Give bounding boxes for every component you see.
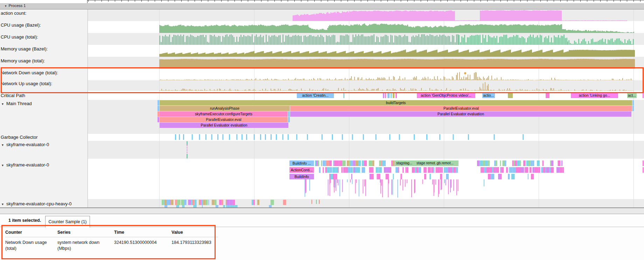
- sidebar-track-label[interactable]: ▾Main Thread: [2, 101, 32, 106]
- ruler-tick: [507, 0, 507, 2]
- collapse-triangle-icon[interactable]: ▾: [2, 102, 4, 106]
- trace-profiler-window: ▾Process 1 action count:CPU usage (Bazel…: [0, 0, 644, 260]
- trace-event-block[interactable]: [288, 117, 290, 122]
- trace-event-block[interactable]: action 'Creatin...: [297, 93, 334, 98]
- trace-event-block[interactable]: [391, 93, 392, 98]
- ruler-tick: [321, 0, 321, 2]
- sidebar-track-label[interactable]: ▾skyframe-evaluator-0: [2, 162, 49, 167]
- trace-event-block[interactable]: [158, 117, 159, 122]
- time-ruler[interactable]: [0, 0, 644, 3]
- trace-event-block[interactable]: [158, 111, 159, 117]
- sidebar-track-label[interactable]: Memory usage (Bazel):: [1, 46, 48, 52]
- trace-event-block[interactable]: [396, 93, 397, 98]
- process-group-header[interactable]: ▾Process 1: [0, 3, 644, 9]
- sidebar-track-label[interactable]: CPU usage (total):: [1, 34, 38, 40]
- trace-event-block[interactable]: BuildInfo ...: [289, 160, 314, 166]
- trace-event-block[interactable]: [632, 106, 634, 111]
- table-row[interactable]: Network Down usage (total)system network…: [5, 237, 218, 253]
- trace-event-block[interactable]: BuildInfo: [289, 174, 314, 179]
- ruler-tick: [500, 0, 501, 2]
- sidebar-track-label[interactable]: ▾skyframe-evaluator-0: [2, 142, 49, 147]
- trace-event-block[interactable]: stagstag...stage remot...gb.remot...: [395, 160, 458, 166]
- ruler-tick: [254, 0, 255, 2]
- ruler-tick: [374, 0, 374, 2]
- ruler-tick: [248, 0, 248, 2]
- ruler-tick: [587, 0, 587, 2]
- ruler-tick: [261, 0, 261, 2]
- sidebar-track-label[interactable]: CPU usage (Bazel):: [1, 22, 41, 28]
- trace-event-block[interactable]: [387, 93, 390, 98]
- sidebar-track-label[interactable]: Garbage Collector: [1, 135, 38, 140]
- ruler-tick: [168, 0, 168, 2]
- ruler-tick: [481, 0, 481, 2]
- collapse-triangle-icon[interactable]: ▾: [2, 143, 4, 147]
- trace-event-block[interactable]: [158, 106, 159, 111]
- ruler-tick: [567, 0, 567, 2]
- trace-event-block[interactable]: Parallel Evaluator evaluation: [290, 111, 631, 117]
- trace-event-block[interactable]: act...: [627, 93, 637, 98]
- trace-event-block[interactable]: actio...: [482, 93, 495, 98]
- collapse-triangle-icon[interactable]: ▾: [2, 163, 4, 167]
- trace-event-block[interactable]: [393, 93, 394, 98]
- sidebar-track-label[interactable]: Network Down usage (total):: [1, 70, 58, 75]
- ruler-tick: [394, 0, 394, 2]
- trace-event-block[interactable]: runAnalysisPhase: [160, 106, 290, 111]
- trace-event-block[interactable]: [343, 93, 344, 98]
- ruler-tick: [341, 0, 341, 2]
- trace-event-block[interactable]: action 'Linking go...: [571, 93, 618, 98]
- ruler-tick: [540, 0, 541, 2]
- ruler-tick: [580, 0, 581, 2]
- trace-event-block[interactable]: [546, 93, 550, 98]
- ruler-tick: [634, 0, 634, 2]
- sidebar-track-label[interactable]: Network Up usage (total):: [1, 81, 52, 86]
- track-label-text: Main Thread: [6, 101, 32, 106]
- ruler-tick: [381, 0, 381, 2]
- trace-event-block[interactable]: ActionConti...: [289, 167, 314, 173]
- ruler-tick: [274, 0, 275, 2]
- ruler-tick: [487, 0, 488, 2]
- tab-counter-sample[interactable]: Counter Sample (1): [45, 216, 90, 227]
- trace-event-block[interactable]: Parallel Evaluator evaluation: [160, 123, 288, 128]
- collapse-triangle-icon[interactable]: ▾: [2, 202, 4, 206]
- table-column-header[interactable]: Time: [114, 228, 172, 237]
- ruler-tick: [175, 0, 175, 2]
- sidebar-track-label[interactable]: action count:: [1, 11, 27, 16]
- details-panel: 1 item selected. Counter Sample (1) Coun…: [0, 213, 644, 260]
- ruler-tick: [560, 0, 561, 2]
- ruler-tick: [441, 0, 441, 2]
- trace-event-block[interactable]: skyframeExecutor.configureTargets: [160, 111, 288, 117]
- trace-event-block[interactable]: action 'GenObjcProtos video/...: [417, 93, 475, 98]
- table-column-header[interactable]: Series: [57, 228, 114, 237]
- ruler-tick: [607, 0, 607, 2]
- table-column-header[interactable]: Value: [172, 228, 218, 237]
- ruler-tick: [121, 0, 122, 2]
- trace-event-block[interactable]: ParallelEvaluator.eval: [290, 106, 632, 111]
- trace-event-block[interactable]: [643, 93, 644, 98]
- ruler-tick: [314, 0, 315, 2]
- sidebar-track-label[interactable]: Critical Path: [1, 93, 25, 98]
- trace-event-block[interactable]: [508, 93, 513, 98]
- sidebar-track-label[interactable]: ▾skyframe-evaluator-cpu-heavy-0: [2, 201, 71, 206]
- trace-event-block[interactable]: buildTargets: [160, 100, 632, 105]
- ruler-tick: [554, 0, 554, 2]
- trace-event-block[interactable]: [288, 111, 290, 117]
- panel-splitter-handle[interactable]: [0, 207, 644, 214]
- ruler-tick: [215, 0, 215, 2]
- trace-event-block[interactable]: [632, 100, 634, 105]
- timeline-tracks-area[interactable]: ▾Process 1 action count:CPU usage (Bazel…: [0, 0, 644, 207]
- trace-event-block[interactable]: ParallelEvaluator.eval: [160, 117, 288, 122]
- ruler-tick: [414, 0, 414, 2]
- ruler-tick: [234, 0, 235, 2]
- ruler-tick: [401, 0, 401, 2]
- ruler-tick: [328, 0, 328, 2]
- selection-status-text: 1 item selected.: [8, 218, 41, 223]
- sidebar-track-label[interactable]: Memory usage (total):: [1, 58, 45, 63]
- trace-event-block[interactable]: [158, 100, 159, 105]
- ruler-tick: [115, 0, 115, 2]
- table-column-header[interactable]: Counter: [5, 228, 57, 237]
- selected-sample-marker[interactable]: [464, 72, 467, 75]
- ruler-tick: [407, 0, 408, 2]
- trace-event-block[interactable]: [383, 93, 384, 98]
- trace-event-block[interactable]: [385, 93, 386, 98]
- collapse-triangle-icon[interactable]: ▾: [5, 4, 7, 8]
